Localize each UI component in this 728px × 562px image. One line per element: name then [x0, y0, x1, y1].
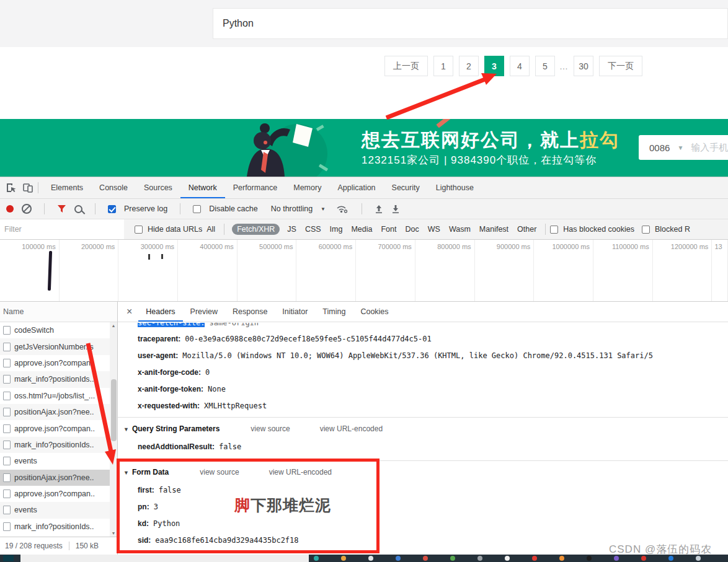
filter-type-media[interactable]: Media: [351, 225, 372, 234]
hide-data-urls-checkbox[interactable]: [135, 226, 143, 234]
pagination-page-4[interactable]: 4: [510, 56, 530, 76]
phone-country-code[interactable]: 0086: [649, 143, 670, 153]
network-conditions-icon[interactable]: [336, 204, 349, 214]
filter-type-wasm[interactable]: Wasm: [449, 225, 471, 234]
taskbar-icon[interactable]: [450, 556, 455, 561]
request-row[interactable]: mark_info?positionIds..: [0, 437, 110, 453]
tab-memory[interactable]: Memory: [285, 177, 329, 198]
filter-type-doc[interactable]: Doc: [406, 225, 419, 234]
taskbar-icon[interactable]: [668, 556, 673, 561]
taskbar-icon[interactable]: [368, 556, 373, 561]
filter-input[interactable]: Filter: [0, 219, 124, 239]
taskbar-icon[interactable]: [423, 556, 428, 561]
tab-headers[interactable]: Headers: [138, 302, 182, 322]
view-url-encoded-link[interactable]: view URL-encoded: [320, 424, 383, 433]
chevron-down-icon: ▼: [677, 144, 683, 151]
tab-sources[interactable]: Sources: [136, 177, 180, 198]
request-row[interactable]: approve.json?compan..: [0, 420, 110, 436]
filter-funnel-icon[interactable]: [57, 204, 66, 213]
request-row-selected[interactable]: positionAjax.json?nee..: [0, 470, 110, 486]
pagination-page-2[interactable]: 2: [459, 56, 479, 76]
file-icon: [3, 522, 11, 531]
disable-cache-checkbox[interactable]: [193, 205, 201, 213]
request-row[interactable]: codeSwitch: [0, 322, 110, 338]
search-icon[interactable]: [74, 205, 82, 213]
scrollbar-thumb[interactable]: [111, 379, 117, 441]
pagination-page-30[interactable]: 30: [574, 56, 593, 76]
tab-application[interactable]: Application: [329, 177, 383, 198]
tab-preview[interactable]: Preview: [183, 302, 225, 322]
filter-type-css[interactable]: CSS: [305, 225, 321, 234]
request-row[interactable]: events: [0, 502, 110, 518]
phone-input[interactable]: 0086 ▼ 输入手机号: [639, 135, 728, 160]
expander-triangle-icon[interactable]: ▼: [123, 426, 129, 432]
taskbar-icon[interactable]: [341, 556, 346, 561]
selected-header-key: sec-fetch-site:: [138, 323, 205, 327]
taskbar-icon[interactable]: [505, 556, 510, 561]
taskbar-icon[interactable]: [532, 556, 537, 561]
request-row[interactable]: positionAjax.json?nee..: [0, 404, 110, 420]
view-source-link[interactable]: view source: [251, 424, 290, 433]
pagination-prev-button[interactable]: 上一页: [384, 56, 428, 76]
taskbar-icon[interactable]: [396, 556, 401, 561]
tab-elements[interactable]: Elements: [43, 177, 91, 198]
taskbar-icon[interactable]: [477, 556, 482, 561]
network-overview-timeline[interactable]: 100000 ms 200000 ms 300000 ms 400000 ms …: [0, 240, 728, 302]
timeline-tick: 900000 ms: [475, 240, 535, 301]
request-row[interactable]: oss.html?u=/jobs/list_...: [0, 388, 110, 404]
pagination-page-3-active[interactable]: 3: [484, 56, 504, 76]
search-input[interactable]: Python: [213, 8, 728, 39]
device-toolbar-icon[interactable]: [22, 182, 33, 193]
tab-performance[interactable]: Performance: [225, 177, 286, 198]
query-string-section-header: ▼Query String Parametersview sourceview …: [118, 421, 728, 437]
request-row[interactable]: events: [0, 453, 110, 469]
filter-type-other[interactable]: Other: [517, 225, 536, 234]
has-blocked-cookies-checkbox[interactable]: [550, 226, 558, 234]
pagination-next-button[interactable]: 下一页: [599, 56, 642, 76]
filter-type-js[interactable]: JS: [287, 225, 296, 234]
request-row[interactable]: getJsVersionNumber.js: [0, 338, 110, 354]
close-icon[interactable]: ×: [120, 306, 138, 317]
file-icon: [3, 506, 11, 514]
taskbar-icon[interactable]: [641, 556, 646, 561]
tab-network[interactable]: Network: [180, 177, 225, 198]
filter-type-fetch-xhr-active[interactable]: Fetch/XHR: [232, 224, 280, 235]
taskbar-icon[interactable]: [314, 556, 319, 561]
taskbar-icon[interactable]: [559, 556, 564, 561]
throttling-dropdown[interactable]: No throttling: [271, 204, 313, 213]
request-row[interactable]: mark_info?positionIds..: [0, 371, 110, 387]
filter-type-img[interactable]: Img: [330, 225, 343, 234]
taskbar-search-box[interactable]: [20, 555, 309, 562]
record-icon[interactable]: [6, 205, 14, 213]
filter-type-manifest[interactable]: Manifest: [479, 225, 508, 234]
clear-icon[interactable]: [22, 204, 32, 214]
tab-cookies[interactable]: Cookies: [353, 302, 396, 322]
tab-console[interactable]: Console: [91, 177, 136, 198]
taskbar-icon[interactable]: [696, 556, 701, 561]
header-row: x-anit-forge-code:0: [138, 364, 728, 381]
request-row[interactable]: mark_info?positionIds..: [0, 519, 110, 535]
inspect-element-icon[interactable]: [6, 182, 17, 193]
export-har-icon[interactable]: [391, 204, 400, 214]
filter-type-ws[interactable]: WS: [428, 225, 440, 234]
start-button[interactable]: [3, 555, 14, 561]
request-row[interactable]: approve.json?compan..: [0, 355, 110, 371]
taskbar-icon[interactable]: [587, 556, 592, 561]
pagination-page-5[interactable]: 5: [535, 56, 555, 76]
taskbar-icon[interactable]: [614, 556, 619, 561]
blocked-requests-checkbox[interactable]: [642, 226, 650, 234]
tab-response[interactable]: Response: [225, 302, 275, 322]
tab-initiator[interactable]: Initiator: [275, 302, 315, 322]
request-list-column-header[interactable]: Name: [0, 302, 117, 322]
chevron-down-icon[interactable]: ▼: [321, 206, 326, 212]
filter-type-all[interactable]: All: [206, 225, 215, 234]
request-row[interactable]: approve.json?compan..: [0, 486, 110, 502]
scroll-up-icon[interactable]: ▲: [110, 323, 117, 328]
import-har-icon[interactable]: [375, 204, 383, 214]
filter-type-font[interactable]: Font: [381, 225, 396, 234]
tab-lighthouse[interactable]: Lighthouse: [428, 177, 482, 198]
tab-security[interactable]: Security: [384, 177, 428, 198]
tab-timing[interactable]: Timing: [315, 302, 353, 322]
pagination-page-1[interactable]: 1: [433, 56, 453, 76]
preserve-log-checkbox[interactable]: [108, 205, 116, 213]
